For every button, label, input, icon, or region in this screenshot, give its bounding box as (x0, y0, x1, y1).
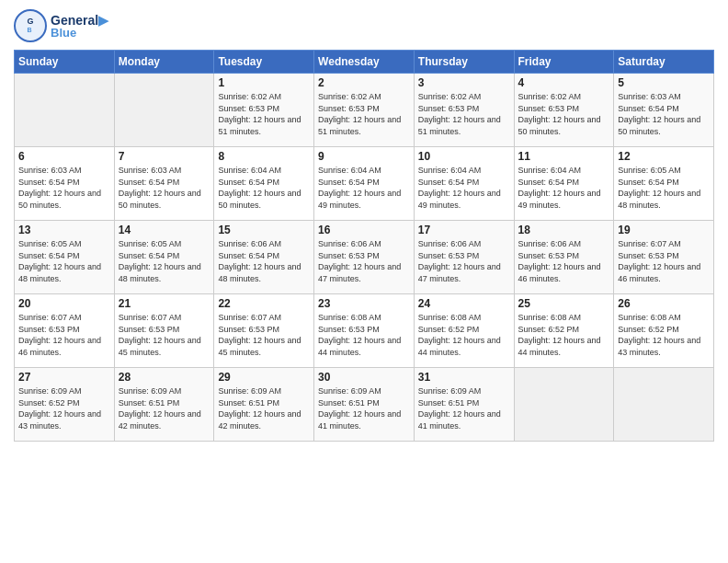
calendar-page: GB General▶ Blue SundayMondayTuesdayWedn… (0, 0, 728, 563)
calendar-cell: 29 Sunrise: 6:09 AM Sunset: 6:51 PM Dayl… (214, 368, 314, 442)
day-info: Sunrise: 6:07 AM Sunset: 6:53 PM Dayligh… (618, 238, 710, 284)
day-info: Sunrise: 6:09 AM Sunset: 6:51 PM Dayligh… (318, 385, 410, 431)
calendar-cell: 12 Sunrise: 6:05 AM Sunset: 6:54 PM Dayl… (614, 147, 714, 221)
calendar-cell: 24 Sunrise: 6:08 AM Sunset: 6:52 PM Dayl… (414, 294, 514, 368)
logo-subtext: Blue (51, 26, 108, 40)
day-info: Sunrise: 6:02 AM Sunset: 6:53 PM Dayligh… (418, 91, 510, 137)
day-of-week-header: Sunday (15, 51, 115, 74)
day-number: 10 (418, 150, 510, 163)
calendar-cell: 23 Sunrise: 6:08 AM Sunset: 6:53 PM Dayl… (314, 294, 415, 368)
calendar-cell: 26 Sunrise: 6:08 AM Sunset: 6:52 PM Dayl… (614, 294, 714, 368)
day-number: 15 (218, 224, 310, 236)
day-info: Sunrise: 6:03 AM Sunset: 6:54 PM Dayligh… (618, 91, 710, 137)
day-number: 11 (518, 150, 610, 163)
calendar-cell: 14 Sunrise: 6:05 AM Sunset: 6:54 PM Dayl… (114, 221, 214, 294)
calendar-cell (15, 74, 115, 147)
day-info: Sunrise: 6:05 AM Sunset: 6:54 PM Dayligh… (119, 238, 210, 284)
day-number: 3 (418, 76, 510, 89)
calendar-cell: 3 Sunrise: 6:02 AM Sunset: 6:53 PM Dayli… (414, 74, 514, 147)
calendar-cell: 9 Sunrise: 6:04 AM Sunset: 6:54 PM Dayli… (314, 147, 415, 221)
day-of-week-header: Thursday (414, 51, 514, 74)
calendar-cell (114, 74, 214, 147)
calendar-cell: 6 Sunrise: 6:03 AM Sunset: 6:54 PM Dayli… (15, 147, 115, 221)
day-number: 20 (18, 297, 110, 310)
calendar-cell: 2 Sunrise: 6:02 AM Sunset: 6:53 PM Dayli… (314, 74, 415, 147)
day-info: Sunrise: 6:04 AM Sunset: 6:54 PM Dayligh… (418, 165, 510, 211)
day-number: 29 (218, 371, 310, 384)
day-info: Sunrise: 6:07 AM Sunset: 6:53 PM Dayligh… (18, 312, 110, 358)
day-info: Sunrise: 6:04 AM Sunset: 6:54 PM Dayligh… (318, 165, 410, 211)
day-of-week-header: Wednesday (314, 51, 415, 74)
day-number: 18 (518, 224, 610, 236)
day-number: 23 (318, 297, 410, 310)
day-info: Sunrise: 6:02 AM Sunset: 6:53 PM Dayligh… (218, 91, 310, 137)
day-info: Sunrise: 6:06 AM Sunset: 6:54 PM Dayligh… (218, 238, 310, 284)
day-info: Sunrise: 6:04 AM Sunset: 6:54 PM Dayligh… (218, 165, 310, 211)
day-info: Sunrise: 6:08 AM Sunset: 6:52 PM Dayligh… (618, 312, 710, 358)
day-info: Sunrise: 6:05 AM Sunset: 6:54 PM Dayligh… (18, 238, 110, 284)
day-of-week-header: Monday (114, 51, 214, 74)
calendar-cell: 7 Sunrise: 6:03 AM Sunset: 6:54 PM Dayli… (114, 147, 214, 221)
day-number: 4 (518, 76, 610, 89)
header: GB General▶ Blue (14, 9, 714, 42)
day-info: Sunrise: 6:06 AM Sunset: 6:53 PM Dayligh… (518, 238, 610, 284)
calendar-cell: 5 Sunrise: 6:03 AM Sunset: 6:54 PM Dayli… (614, 74, 714, 147)
day-number: 5 (618, 76, 710, 89)
day-number: 7 (119, 150, 210, 163)
day-number: 16 (318, 224, 410, 236)
day-number: 2 (318, 76, 410, 89)
calendar-cell: 20 Sunrise: 6:07 AM Sunset: 6:53 PM Dayl… (15, 294, 115, 368)
day-number: 24 (418, 297, 510, 310)
logo: GB General▶ Blue (14, 9, 108, 42)
day-number: 17 (418, 224, 510, 236)
day-number: 1 (218, 76, 310, 89)
day-info: Sunrise: 6:08 AM Sunset: 6:52 PM Dayligh… (418, 312, 510, 358)
calendar-cell (614, 368, 714, 442)
day-info: Sunrise: 6:06 AM Sunset: 6:53 PM Dayligh… (418, 238, 510, 284)
calendar-cell: 27 Sunrise: 6:09 AM Sunset: 6:52 PM Dayl… (15, 368, 115, 442)
day-info: Sunrise: 6:09 AM Sunset: 6:51 PM Dayligh… (418, 385, 510, 431)
day-info: Sunrise: 6:02 AM Sunset: 6:53 PM Dayligh… (518, 91, 610, 137)
day-number: 26 (618, 297, 710, 310)
day-of-week-header: Saturday (614, 51, 714, 74)
day-info: Sunrise: 6:03 AM Sunset: 6:54 PM Dayligh… (18, 165, 110, 211)
calendar-cell: 11 Sunrise: 6:04 AM Sunset: 6:54 PM Dayl… (514, 147, 614, 221)
day-number: 8 (218, 150, 310, 163)
calendar-cell: 21 Sunrise: 6:07 AM Sunset: 6:53 PM Dayl… (114, 294, 214, 368)
day-number: 19 (618, 224, 710, 236)
day-info: Sunrise: 6:09 AM Sunset: 6:51 PM Dayligh… (218, 385, 310, 431)
day-of-week-header: Friday (514, 51, 614, 74)
calendar-table: SundayMondayTuesdayWednesdayThursdayFrid… (14, 50, 714, 442)
day-number: 9 (318, 150, 410, 163)
day-info: Sunrise: 6:08 AM Sunset: 6:53 PM Dayligh… (318, 312, 410, 358)
day-number: 22 (218, 297, 310, 310)
calendar-cell: 25 Sunrise: 6:08 AM Sunset: 6:52 PM Dayl… (514, 294, 614, 368)
day-number: 28 (119, 371, 210, 384)
day-info: Sunrise: 6:07 AM Sunset: 6:53 PM Dayligh… (119, 312, 210, 358)
calendar-cell: 18 Sunrise: 6:06 AM Sunset: 6:53 PM Dayl… (514, 221, 614, 294)
day-number: 6 (18, 150, 110, 163)
day-number: 30 (318, 371, 410, 384)
day-number: 12 (618, 150, 710, 163)
day-number: 14 (119, 224, 210, 236)
calendar-cell: 8 Sunrise: 6:04 AM Sunset: 6:54 PM Dayli… (214, 147, 314, 221)
day-info: Sunrise: 6:03 AM Sunset: 6:54 PM Dayligh… (119, 165, 210, 211)
day-info: Sunrise: 6:09 AM Sunset: 6:51 PM Dayligh… (119, 385, 210, 431)
day-info: Sunrise: 6:05 AM Sunset: 6:54 PM Dayligh… (618, 165, 710, 211)
day-info: Sunrise: 6:02 AM Sunset: 6:53 PM Dayligh… (318, 91, 410, 137)
calendar-cell: 4 Sunrise: 6:02 AM Sunset: 6:53 PM Dayli… (514, 74, 614, 147)
calendar-cell (514, 368, 614, 442)
calendar-cell: 17 Sunrise: 6:06 AM Sunset: 6:53 PM Dayl… (414, 221, 514, 294)
calendar-cell: 28 Sunrise: 6:09 AM Sunset: 6:51 PM Dayl… (114, 368, 214, 442)
day-number: 31 (418, 371, 510, 384)
calendar-cell: 31 Sunrise: 6:09 AM Sunset: 6:51 PM Dayl… (414, 368, 514, 442)
day-info: Sunrise: 6:04 AM Sunset: 6:54 PM Dayligh… (518, 165, 610, 211)
day-info: Sunrise: 6:08 AM Sunset: 6:52 PM Dayligh… (518, 312, 610, 358)
calendar-cell: 15 Sunrise: 6:06 AM Sunset: 6:54 PM Dayl… (214, 221, 314, 294)
day-number: 27 (18, 371, 110, 384)
day-info: Sunrise: 6:06 AM Sunset: 6:53 PM Dayligh… (318, 238, 410, 284)
day-of-week-header: Tuesday (214, 51, 314, 74)
day-info: Sunrise: 6:07 AM Sunset: 6:53 PM Dayligh… (218, 312, 310, 358)
calendar-cell: 13 Sunrise: 6:05 AM Sunset: 6:54 PM Dayl… (15, 221, 115, 294)
day-number: 21 (119, 297, 210, 310)
